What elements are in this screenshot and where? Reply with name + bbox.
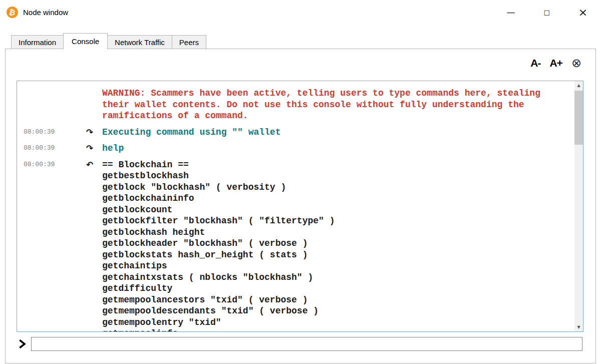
message-timestamp: 08:00:39 <box>17 159 77 171</box>
decrease-font-button[interactable]: A- <box>530 57 540 69</box>
clear-console-button[interactable]: ⊗ <box>571 57 581 69</box>
vertical-scrollbar[interactable]: ▲ ▼ <box>574 81 583 331</box>
message-timestamp: 08:00:39 <box>17 143 77 154</box>
tab-peers[interactable]: Peers <box>172 35 206 49</box>
console-output[interactable]: WARNING: Scammers have been active, tell… <box>17 81 583 332</box>
title-bar: ₿ Node window — □ × <box>0 0 601 24</box>
scrollbar-thumb[interactable] <box>574 91 583 145</box>
console-messages: WARNING: Scammers have been active, tell… <box>17 81 574 331</box>
console-tab-panel: A- A+ ⊗ WARNING: Scammers have been acti… <box>5 49 596 363</box>
tab-bar: Information Console Network Traffic Peer… <box>11 33 206 49</box>
prompt-chevron-icon <box>19 339 27 348</box>
window-controls: — □ × <box>493 0 601 24</box>
console-row: 08:00:39 ↶ == Blockchain == getbestblock… <box>17 157 574 332</box>
command-request-icon: ↷ <box>77 143 102 154</box>
message-text: WARNING: Scammers have been active, tell… <box>102 88 574 122</box>
console-row: 08:00:39 ↷ help <box>17 140 574 157</box>
window-title: Node window <box>23 8 68 17</box>
clear-console-icon: ⊗ <box>571 56 581 70</box>
scroll-down-button[interactable]: ▼ <box>574 323 583 331</box>
maximize-button[interactable]: □ <box>529 0 565 24</box>
console-row: 08:00:39 ↷ Executing command using "" wa… <box>17 124 574 141</box>
console-input-row <box>19 337 582 351</box>
tab-information[interactable]: Information <box>11 35 64 49</box>
command-input[interactable] <box>31 337 582 351</box>
message-text: == Blockchain == getbestblockhash getblo… <box>102 159 574 332</box>
tab-console[interactable]: Console <box>63 33 108 49</box>
increase-font-button[interactable]: A+ <box>549 57 562 69</box>
console-row: WARNING: Scammers have been active, tell… <box>17 85 574 124</box>
bitcoin-logo-icon: ₿ <box>6 5 19 19</box>
close-button[interactable]: × <box>565 0 601 24</box>
scroll-up-button[interactable]: ▲ <box>574 81 583 90</box>
message-timestamp: 08:00:39 <box>17 127 77 138</box>
tab-network-traffic[interactable]: Network Traffic <box>107 35 172 49</box>
command-request-icon: ↷ <box>77 127 102 138</box>
minimize-button[interactable]: — <box>493 0 529 24</box>
command-reply-icon: ↶ <box>77 159 102 171</box>
message-text: Executing command using "" wallet <box>102 127 574 138</box>
console-toolbar: A- A+ ⊗ <box>530 57 581 69</box>
message-text: help <box>102 143 574 154</box>
